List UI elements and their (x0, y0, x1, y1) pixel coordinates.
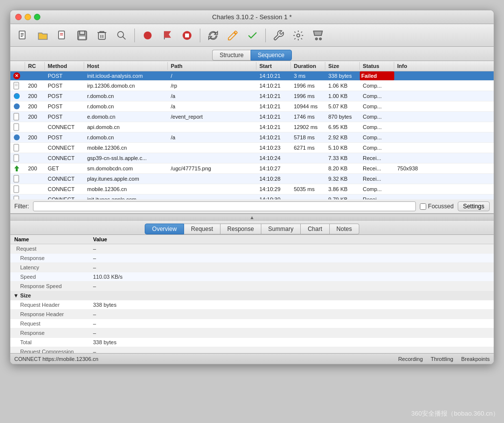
svg-point-30 (14, 134, 20, 140)
status-right: Recording Throttling Breakpoints (398, 356, 490, 362)
find-button[interactable] (113, 27, 130, 44)
title-bar: Charles 3.10.2 - Session 1 * (10, 10, 494, 24)
filter-label: Filter: (14, 203, 29, 210)
table-row[interactable]: CONNECT mobile.12306.cn 14:10:23 6271 ms… (10, 143, 494, 153)
tab-overview[interactable]: Overview (145, 224, 184, 234)
validate-button[interactable] (244, 27, 261, 44)
filter-bar: Filter: Focussed Settings (10, 199, 494, 214)
trash-button[interactable] (93, 27, 111, 44)
row-status: Failed (360, 71, 394, 80)
table-row[interactable]: CONNECT gsp39-cn-ssl.ls.apple.c... 14:10… (10, 153, 494, 163)
table-row: Response Speed – (10, 282, 494, 291)
row-info (394, 71, 494, 80)
table-header: RC Method Host Path Start Duration Size … (10, 61, 494, 71)
table-row[interactable]: CONNECT mobile.12306.cn 14:10:29 5035 ms… (10, 184, 494, 195)
table-row[interactable]: 🌐 200 POST r.domob.cn /a 14:10:21 1996 m… (10, 91, 494, 101)
svg-point-19 (297, 34, 300, 37)
tab-chart[interactable]: Chart (301, 224, 329, 234)
tab-summary[interactable]: Summary (261, 224, 301, 234)
svg-rect-32 (14, 155, 19, 162)
table-row[interactable]: 200 POST r.domob.cn /a 14:10:21 5718 ms … (10, 132, 494, 143)
record-button[interactable] (139, 27, 157, 44)
svg-point-15 (144, 32, 152, 39)
table-row[interactable]: 200 POST irp.12306.domob.cn /rp 14:10:21… (10, 81, 494, 91)
table-row: Latency – (10, 263, 494, 272)
row-duration: 3 ms (291, 71, 325, 80)
settings-button[interactable] (289, 27, 307, 44)
row-icon: ✕ (10, 71, 25, 80)
store-button[interactable] (309, 27, 327, 44)
svg-point-20 (315, 38, 317, 40)
svg-rect-28 (14, 113, 19, 120)
col-size: Size (325, 62, 360, 70)
toolbar-separator-3 (265, 29, 266, 42)
flag-button[interactable] (158, 27, 176, 44)
focussed-checkbox-label[interactable]: Focussed (420, 203, 454, 210)
svg-rect-10 (98, 33, 105, 39)
table-row: Request Compression – (10, 347, 494, 354)
toolbar (10, 24, 494, 47)
filter-input[interactable] (33, 201, 416, 211)
svg-rect-34 (14, 175, 19, 182)
table-row: Request Header 338 bytes (10, 300, 494, 310)
window-title: Charles 3.10.2 - Session 1 * (212, 13, 292, 21)
edit-button[interactable] (224, 27, 242, 44)
watermark: 360安全播报（bobao.360.cn） (411, 409, 499, 418)
col-duration: Duration (291, 62, 325, 70)
row-start: 14:10:21 (256, 71, 291, 80)
table-body: ✕ POST init.icloud-analysis.com / 14:10:… (10, 71, 494, 199)
refresh-button[interactable] (204, 27, 222, 44)
table-row[interactable]: 200 GET sm.domobcdn.com /ugc/477715.png … (10, 163, 494, 174)
tab-sequence[interactable]: Sequence (251, 50, 292, 61)
open-button[interactable] (34, 27, 52, 44)
tab-request[interactable]: Request (184, 224, 220, 234)
tab-structure[interactable]: Structure (212, 50, 251, 61)
value-header: Value (89, 235, 494, 244)
table-row[interactable]: CONNECT init.itunes.apple.com 14:10:30 9… (10, 195, 494, 199)
collapse-handle[interactable]: ▲ (10, 214, 494, 221)
svg-rect-36 (14, 196, 19, 199)
svg-rect-18 (185, 33, 189, 37)
focussed-checkbox[interactable] (420, 203, 426, 210)
col-info: Info (394, 62, 494, 70)
table-row: Request – (10, 319, 494, 328)
save-button[interactable] (73, 27, 91, 44)
table-row: Response – (10, 328, 494, 338)
throttling-status: Throttling (431, 356, 453, 362)
breakpoints-status: Breakpoints (461, 356, 490, 362)
close-session-button[interactable] (54, 27, 71, 44)
detail-tabs: Overview Request Response Summary Chart … (10, 221, 494, 235)
stop-button[interactable] (178, 27, 196, 44)
table-row[interactable]: ✕ POST init.icloud-analysis.com / 14:10:… (10, 71, 494, 81)
filter-settings-button[interactable]: Settings (458, 201, 490, 211)
table-row: Speed 110.03 KB/s (10, 272, 494, 282)
table-row: Total 338 bytes (10, 338, 494, 347)
svg-rect-29 (14, 124, 19, 130)
tab-response[interactable]: Response (220, 224, 261, 234)
tools-button[interactable] (270, 27, 287, 44)
size-section-header: ▼ Size (10, 291, 494, 300)
col-start: Start (256, 62, 291, 70)
table-row[interactable]: CONNECT api.domob.cn 14:10:21 12902 ms 6… (10, 122, 494, 132)
svg-point-21 (319, 38, 321, 40)
minimize-button[interactable] (25, 14, 31, 20)
svg-rect-8 (80, 31, 85, 34)
svg-line-14 (123, 36, 126, 39)
col-status: Status (360, 62, 394, 70)
close-button[interactable] (15, 14, 22, 20)
traffic-lights (15, 14, 40, 20)
table-row[interactable]: 200 POST r.domob.cn /a 14:10:21 10944 ms… (10, 101, 494, 112)
col-host: Host (84, 62, 168, 70)
svg-rect-35 (14, 186, 19, 193)
recording-status: Recording (398, 356, 423, 362)
maximize-button[interactable] (34, 14, 40, 20)
table-row[interactable]: CONNECT play.itunes.apple.com 14:10:28 9… (10, 174, 494, 184)
table-row[interactable]: 200 POST e.domob.cn /event_report 14:10:… (10, 112, 494, 122)
row-rc (25, 71, 45, 80)
svg-point-27 (14, 103, 20, 109)
view-tabs: Structure Sequence (10, 47, 494, 61)
new-session-button[interactable] (14, 27, 32, 44)
row-host: init.icloud-analysis.com (84, 71, 168, 80)
tab-notes[interactable]: Notes (330, 224, 359, 234)
row-path: / (168, 71, 256, 80)
